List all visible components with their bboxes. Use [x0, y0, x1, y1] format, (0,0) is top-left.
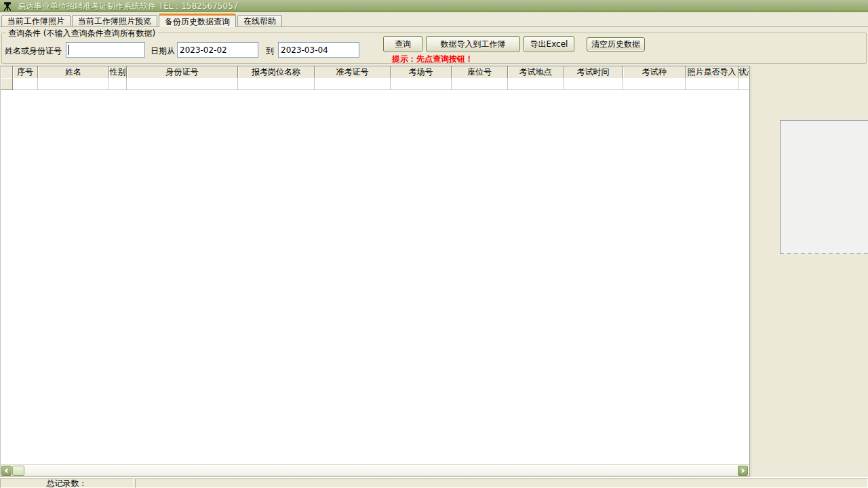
tab-current-workbook-photos[interactable]: 当前工作簿照片	[1, 15, 71, 26]
table-cell	[738, 78, 749, 90]
column-header-ticket-no[interactable]: 准考证号	[315, 66, 391, 79]
grid-header-row: 序号 姓名 性别 身份证号 报考岗位名称 准考证号 考场号 座位号 考试地点 考…	[1, 66, 749, 78]
table-cell	[452, 78, 508, 90]
app-icon	[3, 1, 12, 11]
title-bar: 易达事业单位招聘准考证制作系统软件 TEL：15825675057	[0, 0, 868, 12]
column-header-exam-type[interactable]: 考试种	[623, 66, 686, 79]
import-to-workbook-button[interactable]: 数据导入到工作簿	[426, 36, 520, 52]
table-cell	[564, 78, 623, 90]
date-to-label: 到	[266, 44, 274, 58]
hint-text: 提示：先点查询按钮！	[392, 54, 473, 65]
name-or-id-input[interactable]	[66, 42, 145, 58]
scroll-right-button[interactable]	[738, 466, 748, 476]
column-header-name[interactable]: 姓名	[38, 66, 109, 79]
table-cell	[238, 78, 315, 90]
status-bar: 总记录数：	[0, 477, 868, 488]
table-cell	[38, 78, 109, 90]
column-header-position[interactable]: 报考岗位名称	[238, 66, 315, 79]
tab-strip: 当前工作簿照片 当前工作簿照片预览 备份历史数据查询 在线帮助	[0, 12, 868, 27]
table-cell	[391, 78, 452, 90]
column-header-room-no[interactable]: 考场号	[391, 66, 452, 79]
clear-history-button[interactable]: 清空历史数据	[587, 37, 645, 52]
tab-backup-history-query[interactable]: 备份历史数据查询	[159, 14, 236, 27]
query-condition-panel: 查询条件 (不输入查询条件查询所有数据) 姓名或身份证号 日期从 到 查询 数据…	[0, 27, 868, 66]
table-cell	[315, 78, 391, 90]
grid-empty-body	[1, 90, 749, 463]
query-groupbox-label: 查询条件 (不输入查询条件查询所有数据)	[5, 28, 158, 39]
row-selector-cell[interactable]	[1, 78, 13, 90]
status-message-panel	[135, 479, 868, 488]
photo-side-panel	[751, 66, 868, 476]
column-header-exam-time[interactable]: 考试时间	[564, 66, 623, 79]
tab-current-workbook-photo-preview[interactable]: 当前工作簿照片预览	[72, 15, 157, 26]
column-header-status-clipped[interactable]: 状态	[738, 66, 749, 79]
column-header-photo-imported[interactable]: 照片是否导入	[686, 66, 738, 79]
chevron-right-icon	[740, 468, 745, 473]
date-to-input[interactable]	[278, 42, 359, 58]
table-cell	[127, 78, 238, 90]
text-caret	[68, 45, 69, 55]
scroll-left-button[interactable]	[1, 466, 12, 476]
window-title: 易达事业单位招聘准考证制作系统软件 TEL：15825675057	[18, 1, 238, 12]
chevron-left-icon	[5, 468, 9, 473]
date-from-input[interactable]	[177, 42, 258, 58]
tab-online-help[interactable]: 在线帮助	[237, 15, 282, 26]
table-row	[1, 78, 749, 90]
table-cell	[109, 78, 127, 90]
scrollbar-thumb[interactable]	[12, 466, 24, 476]
table-cell	[508, 78, 564, 90]
total-records-panel: 总记录数：	[0, 479, 134, 488]
column-header-exam-place[interactable]: 考试地点	[508, 66, 564, 79]
table-cell	[686, 78, 738, 90]
date-from-label: 日期从	[151, 44, 175, 58]
column-header-gender[interactable]: 性别	[109, 66, 127, 79]
column-header-seat-no[interactable]: 座位号	[452, 66, 508, 79]
column-header-seq[interactable]: 序号	[13, 66, 38, 79]
name-or-id-label: 姓名或身份证号	[5, 44, 62, 58]
table-cell	[13, 78, 38, 90]
history-data-grid: 序号 姓名 性别 身份证号 报考岗位名称 准考证号 考场号 座位号 考试地点 考…	[0, 66, 750, 476]
photo-preview-box	[780, 120, 868, 254]
search-button[interactable]: 查询	[383, 36, 422, 52]
horizontal-scrollbar[interactable]	[1, 464, 749, 476]
row-selector-header	[1, 66, 13, 79]
column-header-id-number[interactable]: 身份证号	[127, 66, 238, 79]
table-cell	[623, 78, 686, 90]
export-excel-button[interactable]: 导出Excel	[524, 36, 574, 52]
